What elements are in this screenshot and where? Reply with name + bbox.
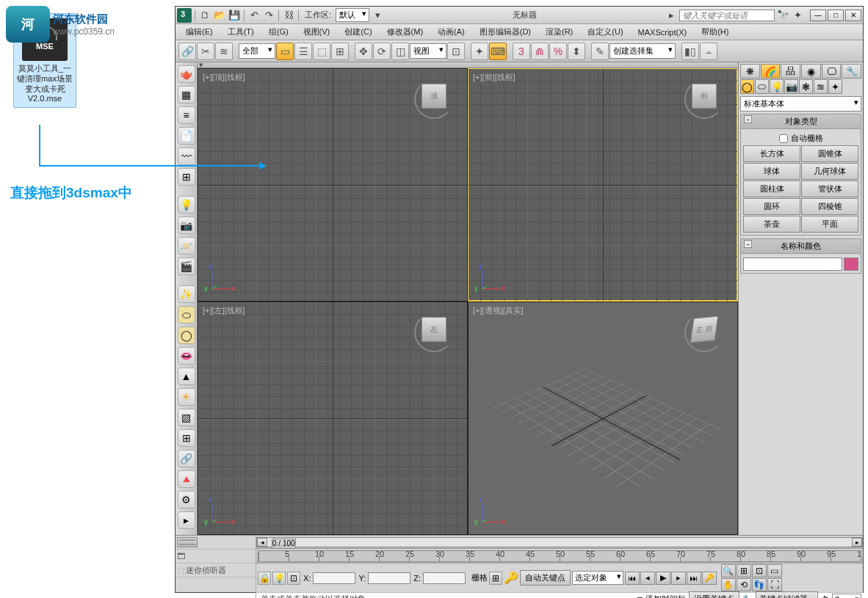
binoculars-icon[interactable]: 🔭: [776, 9, 789, 22]
selection-lock-icon[interactable]: ⊡: [287, 572, 300, 585]
help-star-icon[interactable]: ✦: [791, 9, 804, 22]
object-color-swatch[interactable]: [844, 258, 858, 271]
sheet-icon[interactable]: 📄: [178, 127, 195, 145]
teapot-icon[interactable]: 🫖: [178, 65, 195, 83]
cat-shapes[interactable]: ⬭: [755, 79, 769, 94]
align-btn[interactable]: ⫠: [700, 43, 717, 60]
scroll-left-icon[interactable]: ◂: [257, 538, 267, 547]
new-icon[interactable]: 🗋: [198, 9, 211, 22]
menu-create[interactable]: 创建(C): [339, 25, 377, 39]
play-icon[interactable]: ▸: [178, 511, 195, 529]
film-icon[interactable]: 🎬: [178, 258, 195, 275]
time-config-icon[interactable]: ⏱: [821, 595, 829, 599]
title-arrow-icon[interactable]: ▸: [665, 9, 678, 22]
torus-icon[interactable]: ◯: [178, 327, 195, 344]
maximize-button[interactable]: □: [828, 10, 844, 21]
spinner-snap-btn[interactable]: ⬍: [568, 43, 585, 60]
time-tag-icon[interactable]: 🏷: [634, 595, 643, 599]
orbit-icon[interactable]: ⟲: [737, 578, 751, 591]
workspace-menu-icon[interactable]: ▾: [371, 9, 384, 22]
selection-filter[interactable]: 全部: [239, 43, 275, 59]
zoom-icon[interactable]: 🔍: [721, 564, 736, 577]
cat-helpers[interactable]: ❃: [799, 79, 813, 94]
menu-tools[interactable]: 工具(T): [222, 25, 260, 39]
btn-plane[interactable]: 平面: [801, 216, 858, 233]
unlink-btn[interactable]: ✂: [197, 43, 214, 60]
open-icon[interactable]: 📂: [213, 9, 226, 22]
menu-modifiers[interactable]: 修改器(M): [381, 25, 430, 39]
viewport-front[interactable]: [+][前][线框] 前 xzy: [469, 69, 737, 301]
zoom-region-icon[interactable]: ▭: [767, 564, 782, 577]
track-ruler[interactable]: 0510152025303540455055606570758085909510…: [258, 550, 861, 562]
save-icon[interactable]: 💾: [228, 9, 241, 22]
curve-editor-icon[interactable]: 〰: [178, 147, 195, 165]
select-region-btn[interactable]: ⬚: [313, 43, 330, 60]
add-time-tag[interactable]: 添加时间标: [645, 594, 686, 598]
tab-display[interactable]: 🖵: [822, 64, 842, 79]
viewport-handle[interactable]: [198, 62, 738, 68]
move-btn[interactable]: ✥: [355, 43, 372, 60]
viewport-top[interactable]: [+][顶][线框] 顶 xzy: [198, 69, 467, 301]
workspace-selector[interactable]: 默认: [336, 8, 369, 22]
time-scrollbar[interactable]: ◂▸ 0 / 100: [256, 537, 863, 547]
named-selection-set[interactable]: 创建选择集: [610, 43, 676, 59]
pan-icon[interactable]: ✋: [721, 578, 736, 591]
blob-icon[interactable]: ⬭: [178, 306, 195, 324]
link-icon[interactable]: ⛓: [282, 9, 295, 22]
key-filters-icon[interactable]: 🔧: [742, 594, 753, 598]
autogrid-checkbox[interactable]: [779, 134, 788, 143]
particle-icon[interactable]: ✨: [178, 285, 195, 303]
graphite-icon[interactable]: ▦: [178, 86, 195, 103]
key-filters-button[interactable]: 关键点过滤器...: [756, 591, 818, 598]
key-mode-icon[interactable]: 🔑: [702, 572, 717, 585]
lightbulb-icon[interactable]: 💡: [178, 196, 195, 214]
object-name-input[interactable]: [743, 258, 842, 271]
goto-start-icon[interactable]: ⏮: [625, 572, 640, 585]
ref-coord-system[interactable]: 视图: [410, 43, 446, 59]
angle-snap-btn[interactable]: ⋒: [531, 43, 549, 60]
tab-create[interactable]: ❋: [740, 64, 760, 79]
time-slider[interactable]: 0 / 100: [272, 539, 296, 549]
play-btn-icon[interactable]: ▶: [656, 572, 670, 585]
camera-icon[interactable]: 📷: [178, 216, 195, 234]
zoom-all-icon[interactable]: ⊞: [737, 564, 751, 577]
minimize-button[interactable]: —: [810, 10, 826, 21]
bind-btn[interactable]: ≋: [215, 43, 233, 60]
cat-lights[interactable]: 💡: [770, 79, 784, 94]
scroll-right-icon[interactable]: ▸: [852, 538, 862, 547]
keyboard-shortcut-btn[interactable]: ⌨: [489, 43, 507, 60]
viewcube-top[interactable]: 顶: [414, 79, 454, 119]
scale-btn[interactable]: ◫: [391, 43, 409, 60]
cat-cameras[interactable]: 📷: [784, 79, 798, 94]
menu-maxscript[interactable]: MAXScript(X): [632, 26, 693, 38]
sun-icon[interactable]: ☀: [178, 388, 195, 406]
rotate-btn[interactable]: ⟳: [373, 43, 391, 60]
btn-cone[interactable]: 圆锥体: [801, 145, 858, 162]
menu-render[interactable]: 渲染(R): [540, 25, 579, 39]
maxscript-toggle[interactable]: 🗔: [177, 552, 185, 561]
gear-icon[interactable]: ⚙: [178, 491, 195, 508]
btn-cylinder[interactable]: 圆柱体: [743, 181, 800, 197]
isolate-icon[interactable]: 💡: [272, 572, 286, 585]
cloth-icon[interactable]: ▧: [178, 409, 195, 426]
viewport-perspective[interactable]: [+][透视][真实] 左 前 xzy: [469, 302, 737, 534]
walk-icon[interactable]: 👣: [752, 578, 767, 591]
select-object-btn[interactable]: ▭: [276, 43, 294, 60]
next-frame-icon[interactable]: ▸: [671, 572, 686, 585]
z-value[interactable]: [423, 572, 466, 584]
goto-end-icon[interactable]: ⏭: [687, 572, 701, 585]
x-value[interactable]: [313, 572, 355, 584]
window-crossing-btn[interactable]: ⊞: [331, 43, 349, 60]
btn-torus[interactable]: 圆环: [743, 198, 800, 215]
chain-icon[interactable]: 🔗: [178, 450, 195, 467]
menu-edit[interactable]: 编辑(E): [180, 25, 219, 39]
subcategory-dropdown[interactable]: 标准基本体: [740, 96, 861, 112]
btn-sphere[interactable]: 球体: [743, 163, 800, 180]
viewport-left[interactable]: [+][左][线框] 左 xzy: [198, 302, 467, 534]
app-icon[interactable]: [177, 8, 192, 23]
btn-teapot[interactable]: 茶壶: [743, 216, 800, 233]
cone-icon[interactable]: ▲: [178, 368, 195, 385]
max-toggle-icon[interactable]: ⛶: [767, 578, 782, 591]
planet-icon[interactable]: 🪐: [178, 237, 195, 255]
cat-systems[interactable]: ✦: [828, 79, 842, 94]
